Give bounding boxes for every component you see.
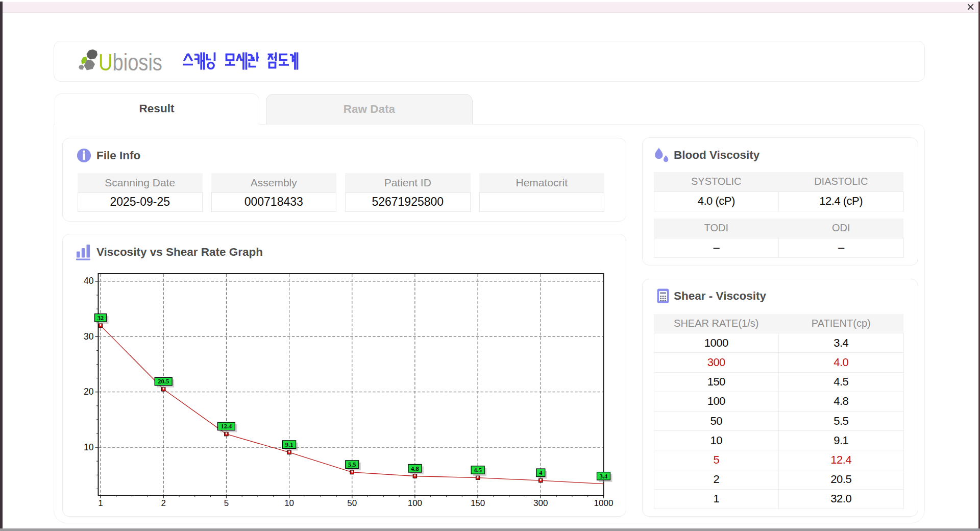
svg-text:4.8: 4.8 bbox=[411, 465, 419, 472]
svg-text:10: 10 bbox=[84, 442, 94, 452]
svg-text:12.4: 12.4 bbox=[220, 423, 232, 430]
svg-text:9.1: 9.1 bbox=[285, 441, 293, 448]
svg-text:300: 300 bbox=[533, 498, 548, 508]
svg-text:2: 2 bbox=[161, 498, 165, 508]
svg-text:30: 30 bbox=[84, 331, 94, 342]
svg-text:5: 5 bbox=[224, 498, 229, 508]
svg-text:4.5: 4.5 bbox=[474, 467, 482, 474]
svg-text:1000: 1000 bbox=[594, 498, 614, 508]
svg-text:1: 1 bbox=[98, 498, 103, 508]
svg-text:10: 10 bbox=[284, 498, 294, 508]
svg-text:4: 4 bbox=[539, 469, 543, 476]
svg-text:3.4: 3.4 bbox=[600, 473, 608, 480]
svg-text:5.5: 5.5 bbox=[348, 461, 356, 468]
svg-text:40: 40 bbox=[84, 276, 94, 286]
svg-text:20: 20 bbox=[84, 387, 94, 397]
svg-text:50: 50 bbox=[347, 498, 357, 508]
svg-text:150: 150 bbox=[471, 498, 485, 508]
svg-text:100: 100 bbox=[408, 498, 422, 508]
svg-text:20.5: 20.5 bbox=[158, 378, 169, 385]
svg-text:32: 32 bbox=[97, 315, 104, 322]
